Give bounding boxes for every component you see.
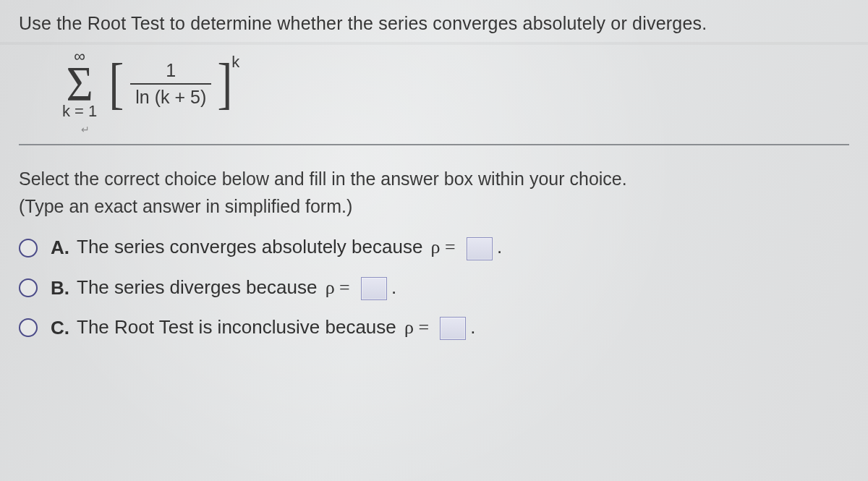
choice-a-prefix: The series converges absolutely because	[77, 236, 428, 257]
choice-c-text: The Root Test is inconclusive because ρ …	[77, 316, 476, 340]
choice-c-answer-box[interactable]	[440, 317, 466, 340]
answer-instructions: Select the correct choice below and fill…	[19, 166, 849, 220]
instruction-line-1: Select the correct choice below and fill…	[19, 169, 627, 189]
bracketed-term: [ 1 ln (k + 5) ] k	[107, 56, 239, 112]
question-page: Use the Root Test to determine whether t…	[0, 0, 868, 481]
choice-b-rho: ρ =	[323, 277, 353, 298]
question-prompt: Use the Root Test to determine whether t…	[19, 13, 849, 34]
instruction-line-2: (Type an exact answer in simplified form…	[19, 196, 352, 216]
choice-a-text: The series converges absolutely because …	[77, 236, 502, 260]
choice-c-prefix: The Root Test is inconclusive because	[77, 316, 401, 338]
right-bracket-icon: ]	[218, 56, 233, 112]
series-expression: ∞ Σ k = 1 [ 1 ln (k + 5) ] k	[62, 48, 849, 119]
choice-b-period: .	[391, 276, 396, 298]
choice-c-letter: C.	[51, 317, 71, 339]
section-divider	[19, 144, 849, 145]
choice-c-row[interactable]: C. The Root Test is inconclusive because…	[19, 316, 849, 340]
sigma-icon: Σ	[67, 64, 93, 105]
term-exponent: k	[231, 53, 239, 72]
choice-b-letter: B.	[51, 277, 71, 299]
fraction-bar	[130, 83, 211, 85]
choice-b-row[interactable]: B. The series diverges because ρ = .	[19, 276, 849, 300]
choice-c-rho: ρ =	[401, 317, 432, 338]
decorative-shadow	[0, 42, 868, 45]
fraction-denominator: ln (k + 5)	[132, 86, 209, 108]
choice-a-rho: ρ =	[428, 237, 459, 257]
choice-a-letter: A.	[51, 237, 71, 259]
left-bracket-icon: [	[109, 56, 124, 112]
fraction-numerator: 1	[163, 59, 179, 82]
fraction: 1 ln (k + 5)	[126, 56, 216, 112]
choice-b-prefix: The series diverges because	[77, 276, 323, 298]
summation-symbol: ∞ Σ k = 1	[62, 48, 97, 119]
choice-a-row[interactable]: A. The series converges absolutely becau…	[19, 236, 849, 260]
radio-b[interactable]	[19, 278, 38, 297]
cursor-icon: ↵	[81, 124, 88, 134]
choice-b-answer-box[interactable]	[361, 277, 387, 300]
radio-c[interactable]	[19, 318, 38, 337]
choice-b-text: The series diverges because ρ = .	[77, 276, 396, 300]
choice-a-period: .	[497, 236, 502, 257]
radio-a[interactable]	[19, 239, 38, 257]
choice-c-period: .	[470, 316, 475, 338]
choice-a-answer-box[interactable]	[467, 237, 493, 260]
